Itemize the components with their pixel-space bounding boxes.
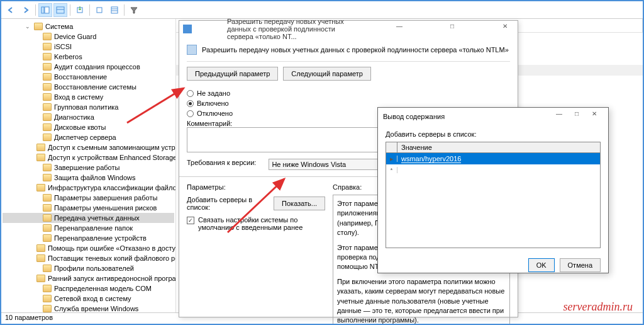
svg-rect-0 — [42, 7, 44, 13]
tree-item-label: Вход в систему — [54, 93, 103, 101]
tree-item-label: Помощь при ошибке «Отказано в доступе» — [48, 244, 176, 252]
folder-icon — [43, 103, 52, 111]
tree-item[interactable]: Сетевой вход в систему — [3, 294, 174, 304]
tree-item[interactable]: Ранний запуск антивредоносной программ — [3, 273, 174, 283]
dialog-title: Разрешить передачу новых учетных данных … — [227, 18, 355, 40]
tree-item[interactable]: Защита файлов Windows — [3, 173, 174, 183]
tree-item-label: Распределенная модель COM — [54, 285, 152, 292]
tree-item[interactable]: Профили пользователей — [3, 263, 174, 273]
folder-icon — [43, 305, 52, 312]
tree-item-label: Перенаправление папок — [54, 224, 133, 232]
servers-grid[interactable]: Значение wsman/hyperv2016 — [386, 142, 601, 248]
tree-item[interactable]: Вход в систему — [3, 92, 174, 102]
folder-icon — [43, 113, 52, 121]
tree-item[interactable]: Поставщик теневых копий файлового ресур — [3, 253, 174, 263]
close-icon[interactable]: ✕ — [586, 110, 603, 123]
prev-param-button[interactable]: Предыдущий параметр — [187, 67, 278, 81]
tree-item-label: Инфраструктура классификации файлов — [48, 184, 176, 191]
params-label: Параметры: — [187, 183, 325, 191]
tree-item-label: Поставщик теневых копий файлового ресур — [48, 254, 176, 262]
show-button[interactable]: Показать... — [274, 197, 325, 210]
tree-item[interactable]: Диагностика — [3, 112, 174, 122]
grid-row[interactable] — [386, 164, 600, 176]
comment-field[interactable] — [187, 127, 394, 152]
tree-item[interactable]: Помощь при ошибке «Отказано в доступе» — [3, 243, 174, 253]
ok-button[interactable]: OK — [528, 258, 555, 272]
tree-item[interactable]: Групповая политика — [3, 102, 174, 112]
tree-item[interactable]: Параметры завершения работы — [3, 193, 174, 203]
maximize-icon[interactable]: □ — [568, 110, 586, 123]
radio-not-set[interactable]: Не задано — [187, 89, 262, 97]
policy-icon — [187, 45, 197, 55]
next-param-button[interactable]: Следующий параметр — [283, 67, 371, 81]
folder-icon — [34, 23, 43, 30]
tree-item[interactable]: Доступ к устройствам Enhanced Storage — [3, 152, 174, 162]
tree-item[interactable]: Перенаправление папок — [3, 223, 174, 233]
folder-icon — [43, 295, 52, 302]
tree-item[interactable]: Параметры уменьшения рисков — [3, 203, 174, 213]
tree-item[interactable]: Служба времени Windows — [3, 304, 174, 312]
tree-item-label: Параметры уменьшения рисков — [54, 204, 157, 212]
tree-item[interactable]: Распределенная модель COM — [3, 283, 174, 294]
tree-item-label: Дисковые квоты — [54, 123, 106, 131]
radio-enabled[interactable]: Включено — [187, 100, 262, 107]
content-label: Добавить серверы в список: — [386, 130, 601, 138]
tree-item-label: Восстановление — [54, 73, 107, 81]
folder-icon — [36, 154, 45, 161]
tree-item-label: Диспетчер сервера — [54, 134, 116, 141]
back-icon[interactable] — [4, 3, 18, 17]
tree-view-icon[interactable] — [38, 3, 52, 17]
refresh-icon[interactable] — [92, 3, 106, 17]
maximize-icon[interactable]: □ — [443, 23, 461, 35]
toolbar — [1, 1, 643, 19]
tree-item[interactable]: Восстановление системы — [3, 82, 174, 92]
tree-item-label: Kerberos — [54, 53, 82, 60]
folder-icon — [36, 275, 45, 282]
grid-column[interactable]: Значение — [397, 142, 600, 152]
tree-item[interactable]: Инфраструктура классификации файлов — [3, 183, 174, 193]
tree-item[interactable]: Доступ к съемным запоминающим устройст — [3, 142, 174, 152]
tree-item-label: Диагностика — [54, 113, 94, 121]
tree-item[interactable]: Диспетчер сервера — [3, 132, 174, 142]
svg-rect-6 — [111, 7, 118, 13]
requirements-label: Требования к версии: — [187, 159, 256, 170]
content-titlebar[interactable]: Вывод содержания — □ ✕ — [378, 108, 608, 125]
tree-item[interactable]: Дисковые квоты — [3, 122, 174, 132]
radio-disabled[interactable]: Отключено — [187, 110, 262, 117]
export-icon[interactable] — [73, 3, 87, 17]
tree-item[interactable]: Device Guard — [3, 31, 174, 42]
folder-icon — [43, 123, 52, 131]
link-defaults-checkbox[interactable]: Связать настройки системы по умолчанию с… — [187, 216, 325, 231]
folder-icon — [43, 164, 52, 171]
tree-item-label: Перенаправление устройств — [54, 234, 147, 242]
tree-view[interactable]: ⌄ Система Device GuardiSCSIKerberosАудит… — [1, 19, 176, 312]
close-icon[interactable]: ✕ — [496, 23, 514, 35]
tree-item[interactable]: iSCSI — [3, 42, 174, 52]
tree-item[interactable]: Завершение работы — [3, 162, 174, 173]
list2-icon[interactable] — [108, 3, 121, 17]
tree-item[interactable]: Восстановление — [3, 72, 174, 82]
tree-root[interactable]: ⌄ Система — [3, 21, 174, 31]
details-icon[interactable] — [53, 3, 67, 17]
folder-icon — [43, 174, 52, 181]
tree-item-label: iSCSI — [54, 43, 72, 50]
folder-icon — [43, 83, 52, 91]
minimize-icon[interactable]: — — [391, 23, 408, 35]
dialog-titlebar[interactable]: Разрешить передачу новых учетных данных … — [179, 21, 518, 37]
tree-item-label: Аудит создания процессов — [54, 63, 140, 71]
app-icon — [183, 25, 192, 33]
filter-icon[interactable] — [127, 3, 141, 17]
tree-item[interactable]: Аудит создания процессов — [3, 62, 174, 72]
tree-item[interactable]: Передача учетных данных — [3, 213, 174, 223]
forward-icon[interactable] — [19, 3, 33, 17]
minimize-icon[interactable]: — — [550, 110, 568, 123]
grid-row[interactable]: wsman/hyperv2016 — [386, 153, 600, 164]
tree-item[interactable]: Перенаправление устройств — [3, 233, 174, 243]
folder-icon — [43, 93, 52, 101]
cancel-button[interactable]: Отмена — [560, 258, 601, 272]
tree-item-label: Групповая политика — [54, 103, 118, 111]
folder-icon — [43, 73, 52, 81]
folder-icon — [36, 184, 45, 191]
state-radios: Не задано Включено Отключено — [187, 87, 262, 120]
tree-item[interactable]: Kerberos — [3, 52, 174, 62]
